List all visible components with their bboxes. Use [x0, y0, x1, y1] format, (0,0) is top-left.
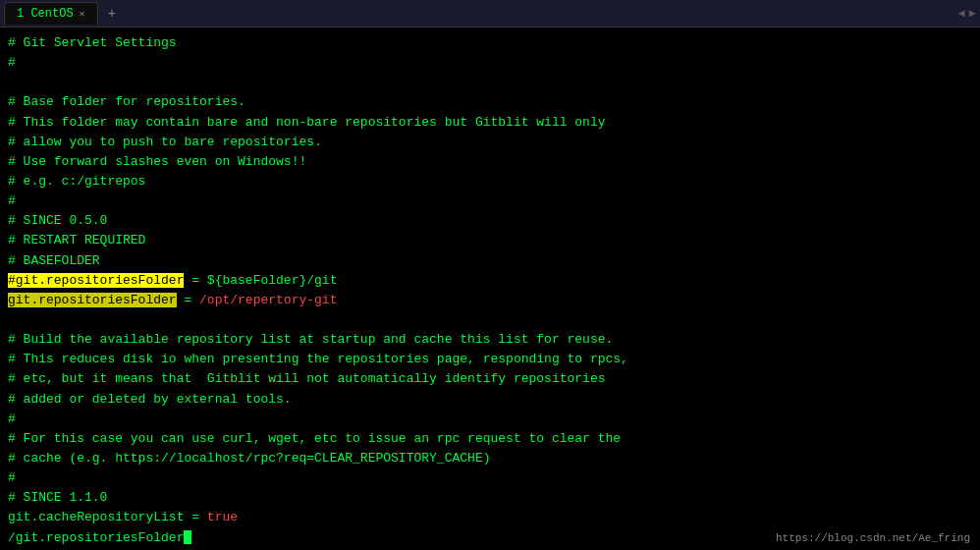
- line-24: # SINCE 1.1.0: [8, 488, 972, 508]
- line-5: # This folder may contain bare and non-b…: [8, 113, 972, 133]
- nav-prev-button[interactable]: ◀: [958, 6, 965, 21]
- line-12: # BASEFOLDER: [8, 251, 972, 271]
- line-17: # This reduces disk io when presenting t…: [8, 350, 972, 369]
- line-7: # Use forward slashes even on Windows!!: [8, 152, 972, 172]
- line-11: # RESTART REQUIRED: [8, 231, 972, 250]
- line-18: # etc, but it means that Gitblit will no…: [8, 369, 972, 389]
- tab-label: 1 CentOS: [17, 7, 74, 21]
- line-10: # SINCE 0.5.0: [8, 211, 972, 231]
- line-16: # Build the available repository list at…: [8, 330, 972, 350]
- nav-arrows: ◀ ▶: [958, 6, 976, 21]
- highlighted-line-key: git.repositoriesFolder: [8, 293, 177, 307]
- tab-close-button[interactable]: ✕: [80, 8, 85, 20]
- new-tab-button[interactable]: +: [102, 4, 122, 24]
- title-bar: 1 CentOS ✕ + ◀ ▶: [0, 0, 980, 28]
- line-9: #: [8, 192, 972, 211]
- line-14: git.repositoriesFolder = /opt/repertory-…: [8, 291, 972, 310]
- highlighted-key: #git.repositoriesFolder: [8, 273, 184, 288]
- terminal-area[interactable]: # Git Servlet Settings # # Base folder f…: [0, 28, 980, 550]
- nav-next-button[interactable]: ▶: [969, 6, 976, 21]
- line-13: #git.repositoriesFolder = ${baseFolder}/…: [8, 271, 972, 291]
- line-20: #: [8, 410, 972, 429]
- line-15: [8, 310, 972, 330]
- line-1: # Git Servlet Settings: [8, 33, 972, 53]
- line-19: # added or deleted by external tools.: [8, 390, 972, 410]
- line-21: # For this case you can use curl, wget, …: [8, 429, 972, 449]
- line-6: # allow you to push to bare repositories…: [8, 133, 972, 152]
- line-8: # e.g. c:/gitrepos: [8, 172, 972, 192]
- line-22: # cache (e.g. https://localhost/rpc?req=…: [8, 449, 972, 468]
- line-25: git.cacheRepositoryList = true: [8, 508, 972, 527]
- line-3: [8, 73, 972, 92]
- line-2: #: [8, 53, 972, 73]
- status-url: https://blog.csdn.net/Ae_fring: [776, 532, 970, 544]
- terminal-tab[interactable]: 1 CentOS ✕: [4, 2, 98, 25]
- line-4: # Base folder for repositories.: [8, 92, 972, 112]
- line-23: #: [8, 468, 972, 488]
- terminal-cursor: [184, 530, 191, 544]
